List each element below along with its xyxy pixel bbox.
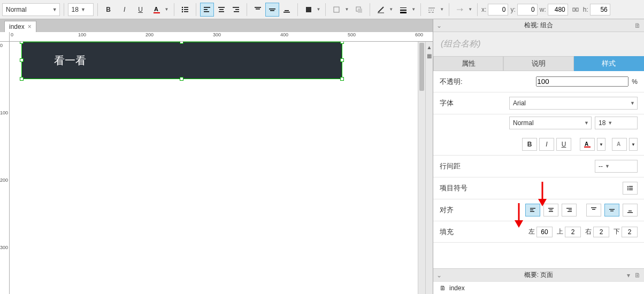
valign-middle-panel[interactable]: [604, 204, 619, 216]
outline-row[interactable]: 🗎 index: [433, 281, 644, 294]
resize-handle[interactable]: [340, 42, 344, 44]
svg-point-4: [181, 9, 182, 10]
valign-top-panel[interactable]: [586, 204, 601, 216]
arrow-style-button[interactable]: [453, 3, 467, 17]
pad-left-input[interactable]: [536, 227, 553, 237]
svg-rect-57: [592, 209, 595, 210]
underline-button[interactable]: U: [134, 3, 148, 17]
font-weight-select[interactable]: Normal▼: [509, 117, 592, 129]
valign-bottom-button[interactable]: [280, 3, 294, 17]
canvas[interactable]: 看一看: [10, 42, 418, 294]
fill-color-button[interactable]: [302, 3, 316, 17]
svg-rect-11: [218, 7, 225, 8]
shadow-button[interactable]: [352, 3, 366, 17]
svg-rect-9: [204, 9, 208, 10]
page-icon[interactable]: 🗎: [634, 22, 641, 29]
resize-handle[interactable]: [20, 58, 24, 62]
line-spacing-select[interactable]: --▼: [595, 160, 638, 173]
fill-color-dropdown-icon[interactable]: ▼: [316, 7, 322, 12]
bullets-button[interactable]: [623, 182, 638, 195]
resize-handle[interactable]: [20, 42, 24, 44]
font-size-panel-select[interactable]: 18▼: [595, 117, 638, 129]
x-coord: x:: [481, 4, 508, 16]
top-toolbar: Normal▼ 18▼ B I U A▼ ▼ ▼ ▼ ▼ ▼ ▼: [0, 0, 644, 19]
y-coord: y:: [510, 4, 537, 16]
font-label: 字体: [440, 98, 509, 108]
close-icon[interactable]: ×: [28, 23, 32, 30]
opacity-input[interactable]: [536, 76, 628, 87]
svg-point-2: [181, 6, 182, 7]
collapse-icon[interactable]: ⌄: [436, 272, 442, 279]
svg-rect-53: [566, 208, 572, 208]
svg-text:A: A: [585, 141, 588, 147]
scrollbar-vertical[interactable]: [418, 42, 425, 294]
valign-top-button[interactable]: [251, 3, 265, 17]
svg-rect-20: [270, 10, 274, 11]
pad-bottom-input[interactable]: [622, 227, 638, 237]
line-width-button[interactable]: [396, 3, 410, 17]
svg-rect-1: [154, 12, 160, 13]
valign-bottom-panel[interactable]: [623, 204, 638, 216]
svg-point-6: [181, 11, 182, 12]
text-color-panel-button[interactable]: A: [580, 138, 595, 151]
text-color-dropdown-icon[interactable]: ▼: [164, 7, 170, 12]
resize-handle[interactable]: [180, 42, 183, 44]
tab-attributes[interactable]: 属性: [433, 56, 503, 71]
svg-rect-29: [400, 10, 407, 11]
resize-handle[interactable]: [20, 77, 24, 81]
svg-rect-39: [584, 146, 591, 148]
underline-panel-button[interactable]: U: [556, 138, 571, 151]
align-center-button[interactable]: [214, 3, 228, 17]
resize-handle[interactable]: [180, 77, 183, 81]
funnel-icon[interactable]: ▾: [627, 272, 630, 279]
svg-rect-22: [283, 12, 290, 13]
group-name-input[interactable]: (组合名称): [433, 32, 644, 56]
resize-handle[interactable]: [340, 77, 344, 81]
svg-rect-10: [204, 11, 209, 12]
svg-rect-19: [269, 9, 275, 10]
line-style-button[interactable]: [425, 3, 439, 17]
svg-rect-5: [184, 9, 188, 10]
font-family-select[interactable]: Arial▼: [509, 97, 638, 110]
bold-panel-button[interactable]: B: [522, 138, 537, 151]
line-color-button[interactable]: [374, 3, 388, 17]
valign-middle-button[interactable]: [265, 3, 279, 17]
align-center-panel[interactable]: [543, 204, 558, 216]
svg-rect-58: [609, 209, 615, 210]
border-style-button[interactable]: [329, 3, 343, 17]
w-input[interactable]: [548, 4, 568, 16]
tab-style[interactable]: 样式: [574, 56, 644, 71]
y-input[interactable]: [517, 4, 538, 16]
text-bg-panel-dropdown[interactable]: ▼: [629, 138, 638, 151]
text-color-panel-dropdown[interactable]: ▼: [597, 138, 605, 151]
align-right-panel[interactable]: [562, 204, 577, 216]
bold-button[interactable]: B: [102, 3, 116, 17]
pad-right-input[interactable]: [593, 227, 609, 237]
align-left-button[interactable]: [200, 3, 214, 17]
selected-widget[interactable]: 看一看: [21, 42, 342, 79]
text-bg-panel-button[interactable]: A: [612, 138, 627, 151]
style-select[interactable]: Normal▼: [2, 3, 60, 16]
gutter-note-icon[interactable]: ▦: [426, 52, 433, 59]
svg-point-41: [627, 186, 628, 187]
align-right-button[interactable]: [229, 3, 243, 17]
tab-description[interactable]: 说明: [503, 56, 573, 71]
resize-handle[interactable]: [340, 58, 344, 62]
text-color-button[interactable]: A: [150, 3, 164, 17]
page-icon[interactable]: 🗎: [634, 272, 641, 279]
h-input[interactable]: [590, 4, 610, 16]
pad-top-input[interactable]: [565, 227, 581, 237]
bullet-list-button[interactable]: [178, 3, 192, 17]
italic-button[interactable]: I: [118, 3, 132, 17]
svg-rect-50: [548, 208, 554, 208]
italic-panel-button[interactable]: I: [539, 138, 554, 151]
svg-rect-12: [219, 9, 224, 10]
font-size-select[interactable]: 18▼: [68, 3, 94, 16]
x-input[interactable]: [488, 4, 508, 16]
tab-index[interactable]: index×: [4, 21, 36, 32]
lock-aspect-button[interactable]: [570, 3, 581, 17]
collapse-icon[interactable]: ⌄: [436, 22, 442, 29]
side-gutter: ▲ ▦: [425, 42, 433, 294]
gutter-up-icon[interactable]: ▲: [426, 44, 433, 50]
align-left-panel[interactable]: [525, 204, 540, 216]
